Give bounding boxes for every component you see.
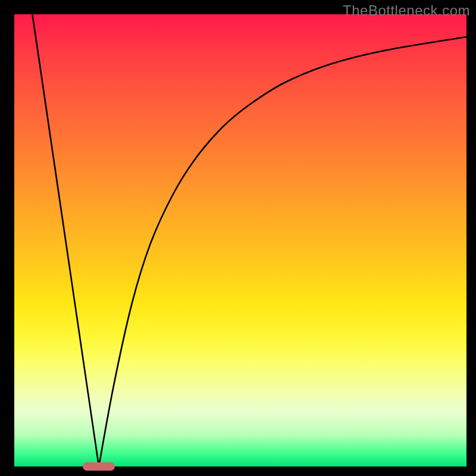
chart-minimum-marker: [83, 462, 115, 471]
watermark-text: TheBottleneck.com: [343, 2, 470, 19]
chart-plot-area: [14, 14, 466, 466]
chart-left-line: [32, 14, 99, 466]
chart-right-curve: [99, 37, 466, 466]
chart-curves: [14, 14, 466, 466]
